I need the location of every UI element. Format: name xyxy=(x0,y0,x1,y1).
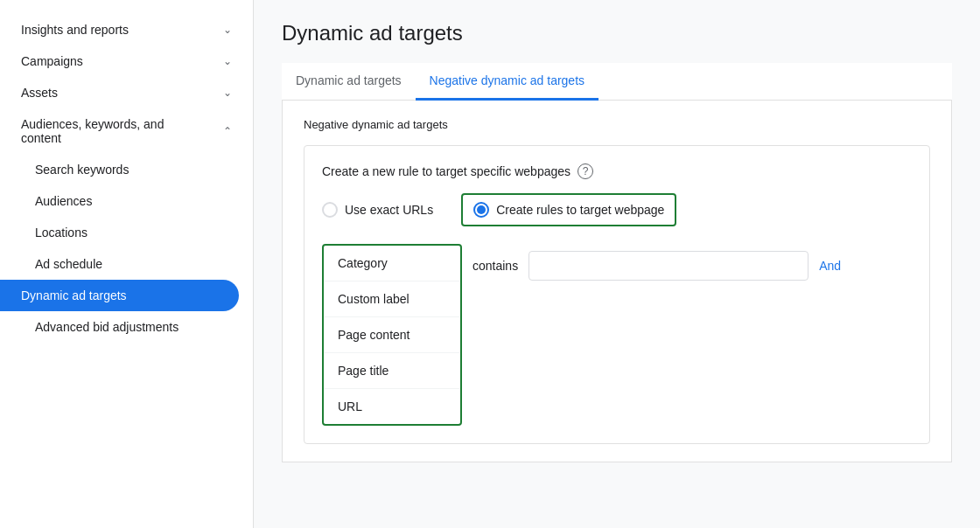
sidebar-item-label: Assets xyxy=(21,86,58,100)
tabs-bar: Dynamic ad targets Negative dynamic ad t… xyxy=(282,63,952,101)
sidebar-item-assets[interactable]: Assets ⌄ xyxy=(0,77,253,108)
sidebar-item-label: Audiences xyxy=(35,194,92,208)
radio-label-create-rules: Create rules to target webpage xyxy=(496,203,664,217)
dropdown-item-custom-label[interactable]: Custom label xyxy=(324,281,460,317)
sidebar-item-insights-reports[interactable]: Insights and reports ⌄ xyxy=(0,14,253,45)
page-title: Dynamic ad targets xyxy=(282,21,952,45)
radio-circle-exact-urls xyxy=(322,202,338,218)
contains-row: contains And xyxy=(472,251,841,281)
dropdown-item-page-content[interactable]: Page content xyxy=(324,317,460,353)
contains-input[interactable] xyxy=(528,251,808,281)
sidebar-item-label: Advanced bid adjustments xyxy=(35,320,178,334)
sidebar-item-campaigns[interactable]: Campaigns ⌄ xyxy=(0,45,253,77)
chevron-down-icon: ⌄ xyxy=(223,24,232,36)
sidebar-item-audiences[interactable]: Audiences xyxy=(0,185,253,217)
tab-negative-dynamic-ad-targets[interactable]: Negative dynamic ad targets xyxy=(416,63,598,101)
chevron-down-icon: ⌄ xyxy=(223,87,232,99)
sidebar-item-label: Campaigns xyxy=(21,54,83,68)
sidebar-item-search-keywords[interactable]: Search keywords xyxy=(0,154,253,185)
sidebar-item-dynamic-ad-targets[interactable]: Dynamic ad targets xyxy=(0,280,239,311)
sidebar: Insights and reports ⌄ Campaigns ⌄ Asset… xyxy=(0,0,254,528)
dropdown-item-page-title[interactable]: Page title xyxy=(324,353,460,389)
sidebar-item-ad-schedule[interactable]: Ad schedule xyxy=(0,248,253,280)
rule-box: Create a new rule to target specific web… xyxy=(304,145,930,444)
sidebar-item-label: Ad schedule xyxy=(35,257,102,271)
radio-create-rules[interactable]: Create rules to target webpage xyxy=(461,193,676,226)
sidebar-item-locations[interactable]: Locations xyxy=(0,217,253,248)
rule-row: Category Custom label Page content Page … xyxy=(322,244,912,426)
dropdown-item-url[interactable]: URL xyxy=(324,389,460,424)
dropdown-item-category[interactable]: Category xyxy=(324,246,460,281)
main-content: Dynamic ad targets Dynamic ad targets Ne… xyxy=(254,0,980,528)
content-area: Negative dynamic ad targets Create a new… xyxy=(282,101,952,462)
help-icon[interactable]: ? xyxy=(578,163,593,179)
radio-use-exact-urls[interactable]: Use exact URLs xyxy=(322,202,433,218)
sidebar-item-label: Dynamic ad targets xyxy=(21,288,127,302)
rule-header: Create a new rule to target specific web… xyxy=(322,163,912,179)
sidebar-item-label: Audiences, keywords, and content xyxy=(21,117,196,145)
sidebar-item-label: Search keywords xyxy=(35,163,129,177)
contains-label: contains xyxy=(472,259,518,273)
rule-header-text: Create a new rule to target specific web… xyxy=(322,164,570,178)
radio-group: Use exact URLs Create rules to target we… xyxy=(322,193,912,226)
radio-circle-create-rules xyxy=(473,202,489,218)
sidebar-item-audiences-keywords[interactable]: Audiences, keywords, and content ⌃ xyxy=(0,108,253,154)
dropdown-container: Category Custom label Page content Page … xyxy=(322,244,462,426)
chevron-up-icon: ⌃ xyxy=(223,125,232,137)
sidebar-item-advanced-bid-adjustments[interactable]: Advanced bid adjustments xyxy=(0,311,253,343)
radio-label-exact-urls: Use exact URLs xyxy=(345,203,433,217)
chevron-down-icon: ⌄ xyxy=(223,55,232,67)
sidebar-item-label: Locations xyxy=(35,226,88,240)
section-title: Negative dynamic ad targets xyxy=(304,118,930,131)
and-link[interactable]: And xyxy=(819,259,841,273)
rule-type-dropdown[interactable]: Category Custom label Page content Page … xyxy=(322,244,462,426)
tab-dynamic-ad-targets[interactable]: Dynamic ad targets xyxy=(282,63,416,101)
sidebar-item-label: Insights and reports xyxy=(21,23,129,37)
